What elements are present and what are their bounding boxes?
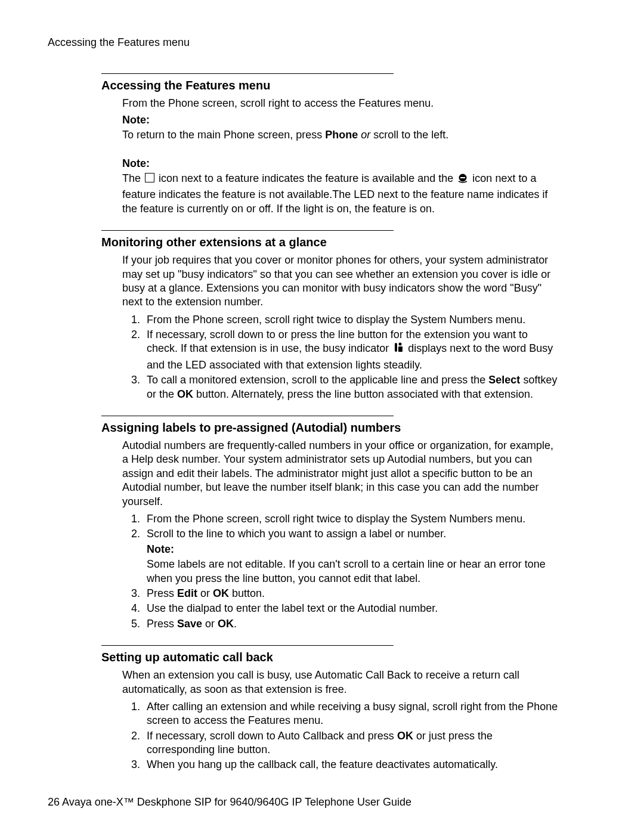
paragraph: Autodial numbers are frequently-called n…	[122, 439, 561, 509]
svg-rect-1	[460, 177, 465, 178]
list-item: Press Edit or OK button.	[143, 587, 561, 600]
text-italic: or	[361, 129, 370, 141]
section-assigning-labels: Assigning labels to pre-assigned (Autodi…	[101, 416, 561, 631]
paragraph: From the Phone screen, scroll right to a…	[122, 97, 561, 110]
text: Press	[147, 587, 177, 599]
list-item: To call a monitored extension, scroll to…	[143, 373, 561, 401]
list-item: After calling an extension and while rec…	[143, 700, 561, 728]
feature-available-icon	[145, 173, 154, 182]
text-bold: OK	[218, 618, 234, 630]
section-automatic-callback: Setting up automatic call back When an e…	[101, 645, 561, 772]
heading-accessing-features: Accessing the Features menu	[101, 78, 561, 93]
ordered-list: From the Phone screen, scroll right twic…	[101, 313, 561, 401]
section-rule	[101, 416, 394, 416]
section-rule	[101, 645, 394, 646]
list-item: Use the dialpad to enter the label text …	[143, 602, 561, 615]
text: or	[202, 618, 218, 630]
text-bold: Edit	[177, 587, 197, 599]
paragraph: When an extension you call is busy, use …	[122, 668, 561, 696]
text: The	[122, 172, 144, 184]
text: scroll to the left.	[370, 129, 448, 141]
paragraph: Some labels are not editable. If you can…	[147, 558, 561, 586]
list-item: If necessary, scroll down to Auto Callba…	[143, 729, 561, 757]
text-bold: Phone	[325, 129, 358, 141]
note-label: Note:	[147, 543, 561, 556]
feature-unavailable-icon	[457, 174, 468, 188]
ordered-list: After calling an extension and while rec…	[101, 700, 561, 772]
list-item: If necessary, scroll down to or press th…	[143, 328, 561, 372]
heading-automatic-callback: Setting up automatic call back	[101, 649, 561, 665]
text: Press	[147, 618, 177, 630]
text-bold: Save	[177, 618, 202, 630]
section-accessing-features: Accessing the Features menu From the Pho…	[101, 73, 561, 216]
note-label: Note:	[122, 113, 561, 127]
paragraph: If your job requires that you cover or m…	[122, 253, 561, 309]
text: If necessary, scroll down to Auto Callba…	[147, 730, 397, 742]
text: button.	[229, 587, 265, 599]
text: Scroll to the line to which you want to …	[147, 528, 446, 540]
page: Accessing the Features menu Accessing th…	[0, 0, 644, 833]
svg-rect-3	[398, 346, 402, 352]
list-item: From the Phone screen, scroll right twic…	[143, 313, 561, 327]
text: or	[197, 587, 213, 599]
list-item: From the Phone screen, scroll right twic…	[143, 512, 561, 526]
paragraph: The icon next to a feature indicates the…	[122, 172, 561, 216]
list-item: When you hang up the callback call, the …	[143, 758, 561, 772]
heading-monitoring-extensions: Monitoring other extensions at a glance	[101, 234, 561, 250]
text-bold: Select	[488, 374, 520, 386]
list-item: Scroll to the line to which you want to …	[143, 527, 561, 586]
section-rule	[101, 230, 394, 231]
text-bold: OK	[177, 388, 193, 400]
text-bold: OK	[397, 730, 413, 742]
section-rule	[101, 73, 394, 74]
busy-indicator-icon	[393, 342, 404, 358]
text-bold: OK	[213, 587, 229, 599]
heading-assigning-labels: Assigning labels to pre-assigned (Autodi…	[101, 420, 561, 435]
page-footer: 26 Avaya one-X™ Deskphone SIP for 9640/9…	[48, 795, 411, 809]
list-item: Press Save or OK.	[143, 617, 561, 631]
svg-point-2	[399, 343, 402, 346]
text: To call a monitored extension, scroll to…	[147, 374, 488, 386]
text: To return to the main Phone screen, pres…	[122, 129, 325, 141]
text: button. Alternately, press the line butt…	[193, 388, 533, 400]
text: .	[234, 618, 237, 630]
ordered-list: From the Phone screen, scroll right twic…	[101, 512, 561, 631]
text: icon next to a feature indicates the fea…	[156, 172, 456, 184]
running-header: Accessing the Features menu	[48, 36, 596, 49]
section-monitoring-extensions: Monitoring other extensions at a glance …	[101, 230, 561, 401]
note-label: Note:	[122, 157, 561, 171]
paragraph: To return to the main Phone screen, pres…	[122, 128, 561, 142]
